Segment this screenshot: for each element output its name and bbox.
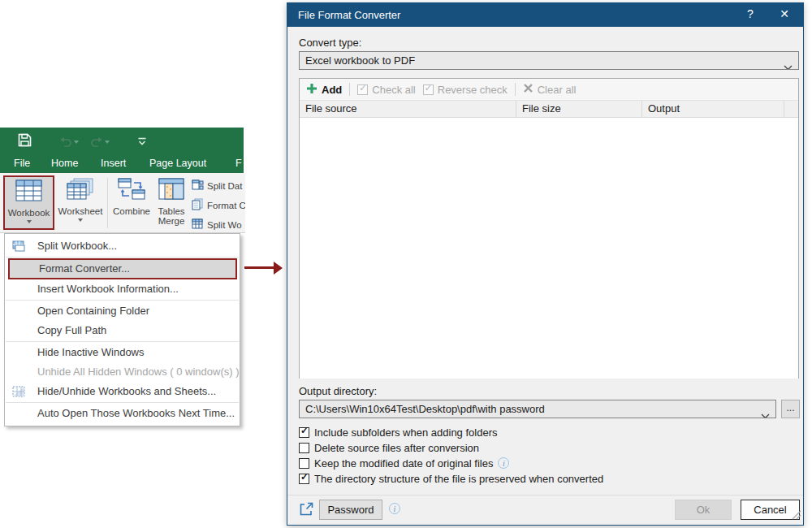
reverse-check-button: Reverse check xyxy=(423,84,508,96)
file-list-empty-area xyxy=(300,118,798,379)
split-workbook-ribbon-button[interactable]: Split Wo xyxy=(192,216,245,233)
output-directory-label: Output directory: xyxy=(299,385,377,397)
kutools-ribbon: Workbook Worksheet Combine xyxy=(0,173,245,233)
menu-item-hide-inactive-windows[interactable]: Hide Inactive Windows xyxy=(5,343,240,362)
combine-ribbon-button[interactable]: Combine xyxy=(112,175,151,230)
reverse-check-icon xyxy=(423,84,434,95)
password-info-icon xyxy=(389,503,400,514)
check-all-button: Check all xyxy=(357,84,415,96)
file-list-panel: Add Check all Reverse check Clear all xyxy=(299,78,799,379)
tables-merge-icon xyxy=(158,178,184,204)
excel-titlebar xyxy=(0,128,244,154)
option-delete-source-files[interactable]: Delete source files after conversion xyxy=(299,440,479,455)
screenshot-canvas: File Home Insert Page Layout F Workbook … xyxy=(0,0,812,528)
format-converter-icon xyxy=(192,198,204,214)
add-plus-icon xyxy=(306,83,317,97)
menu-separator xyxy=(6,402,239,403)
menu-item-split-workbook[interactable]: Split Workbook... xyxy=(5,236,240,256)
hide-unhide-icon xyxy=(12,385,25,401)
redo-dropdown-icon[interactable] xyxy=(105,141,110,144)
checkbox-delete-source-files[interactable] xyxy=(299,443,309,453)
customize-quick-access-icon[interactable] xyxy=(137,135,147,149)
redo-icon[interactable] xyxy=(90,136,110,147)
worksheet-ribbon-button[interactable]: Worksheet xyxy=(57,175,104,230)
tab-page-layout[interactable]: Page Layout xyxy=(149,154,206,173)
convert-type-combobox[interactable]: Excel workbook to PDF xyxy=(299,51,799,70)
dialog-title: File Format Converter xyxy=(298,9,400,21)
worksheet-icon xyxy=(67,178,94,204)
column-header-output[interactable]: Output xyxy=(642,101,784,118)
option-preserve-directory-structure[interactable]: The directory structure of the file is p… xyxy=(299,471,603,486)
add-button[interactable]: Add xyxy=(306,83,342,97)
menu-item-unhide-all-hidden-windows: Unhide All Hidden Windows ( 0 window(s) … xyxy=(5,362,240,382)
close-icon[interactable]: ✕ xyxy=(772,7,797,24)
save-icon[interactable] xyxy=(18,133,32,150)
tab-home[interactable]: Home xyxy=(51,154,78,173)
menu-separator xyxy=(6,300,239,301)
quick-access-toolbar xyxy=(18,133,147,150)
option-include-subfolders[interactable]: Include subfolders when adding folders xyxy=(299,425,497,439)
checkbox-include-subfolders[interactable] xyxy=(299,427,309,438)
menu-item-insert-workbook-information[interactable]: Insert Workbook Information... xyxy=(5,279,240,299)
checkbox-preserve-directory-structure[interactable] xyxy=(299,474,309,484)
workbook-dropdown-arrow-icon xyxy=(27,220,32,223)
file-format-converter-dialog: File Format Converter ? ✕ Convert type: … xyxy=(287,2,804,526)
menu-item-hide-unhide-workbooks-sheets[interactable]: Hide/Unhide Workbooks and Sheets... xyxy=(5,382,240,401)
clear-all-x-icon xyxy=(523,83,533,96)
browse-button[interactable]: ... xyxy=(781,400,800,418)
tables-merge-ribbon-button[interactable]: Tables Merge xyxy=(153,175,190,230)
footer-divider xyxy=(287,495,803,496)
undo-icon[interactable] xyxy=(59,136,79,147)
split-data-icon xyxy=(192,179,204,194)
worksheet-dropdown-arrow-icon xyxy=(78,219,83,222)
combine-icon xyxy=(118,178,145,204)
excel-window: File Home Insert Page Layout F Workbook … xyxy=(0,128,245,420)
tab-insert[interactable]: Insert xyxy=(101,154,126,173)
chevron-down-icon xyxy=(784,58,793,70)
info-icon xyxy=(498,457,509,469)
dialog-titlebar: File Format Converter ? ✕ xyxy=(287,3,803,27)
clear-all-button: Clear all xyxy=(523,83,577,96)
menu-item-open-containing-folder[interactable]: Open Containing Folder xyxy=(5,301,240,321)
flow-arrow xyxy=(244,262,283,275)
option-keep-modified-date[interactable]: Keep the modified date of original files xyxy=(299,456,509,470)
menu-separator xyxy=(6,257,239,258)
menu-item-auto-open-workbooks[interactable]: Auto Open Those Workbooks Next Time... xyxy=(5,404,240,423)
undo-dropdown-icon[interactable] xyxy=(74,141,79,144)
split-workbook-icon xyxy=(12,240,25,256)
menu-separator xyxy=(6,341,239,342)
resize-grip[interactable] xyxy=(792,509,801,523)
ok-button: Ok xyxy=(675,500,732,520)
check-all-icon xyxy=(357,84,368,95)
file-list-toolbar: Add Check all Reverse check Clear all xyxy=(300,79,798,101)
password-button[interactable]: Password xyxy=(319,500,382,520)
split-data-ribbon-button[interactable]: Split Dat xyxy=(192,177,245,195)
chevron-down-icon xyxy=(761,407,770,418)
split-workbook-small-icon xyxy=(192,218,204,233)
menu-item-format-converter[interactable]: Format Converter... xyxy=(8,258,237,279)
format-converter-ribbon-button[interactable]: Format C xyxy=(192,197,245,214)
help-icon[interactable]: ? xyxy=(740,7,761,24)
tab-formulas-cut[interactable]: F xyxy=(235,154,242,173)
workbook-ribbon-button[interactable]: Workbook xyxy=(3,175,54,230)
convert-type-label: Convert type: xyxy=(299,37,361,49)
menu-item-copy-full-path[interactable]: Copy Full Path xyxy=(5,321,240,340)
ribbon-tab-bar: File Home Insert Page Layout F xyxy=(0,154,244,173)
column-header-file-size[interactable]: File size xyxy=(516,101,642,118)
workbook-icon xyxy=(15,180,43,206)
checkbox-keep-modified-date[interactable] xyxy=(299,458,309,469)
ribbon-group-separator xyxy=(107,178,108,228)
tab-file[interactable]: File xyxy=(14,154,30,173)
column-header-spacer xyxy=(784,101,798,118)
column-header-file-source[interactable]: File source xyxy=(300,101,516,118)
file-table-header: File source File size Output xyxy=(300,101,798,118)
popout-icon[interactable] xyxy=(298,501,314,521)
workbook-dropdown-menu: Split Workbook... Format Converter... In… xyxy=(4,233,240,426)
output-directory-combobox[interactable]: C:\Users\Win10x64Test\Desktop\pdf\with p… xyxy=(299,400,776,418)
